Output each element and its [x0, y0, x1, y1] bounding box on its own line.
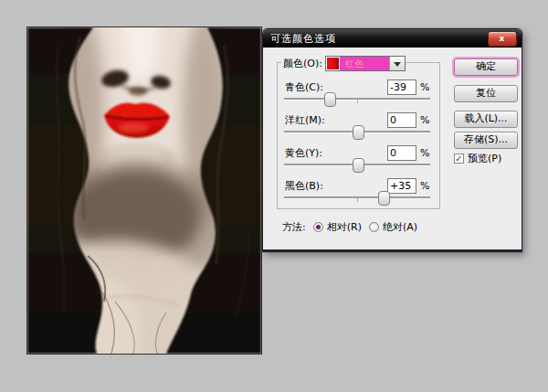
percent-sign: % [420, 145, 429, 161]
percent-sign: % [420, 178, 429, 194]
color-label: 颜色(O): [281, 56, 324, 71]
close-icon: x [500, 34, 506, 43]
dialog-title: 可选颜色选项 [270, 32, 336, 46]
radio-icon[interactable] [369, 222, 379, 232]
black-row: 黑色(B): % [263, 178, 522, 194]
method-label: 方法: [282, 220, 306, 234]
checkmark-icon: ✓ [455, 154, 462, 164]
black-slider-thumb[interactable] [378, 191, 390, 206]
cyan-slider-thumb[interactable] [324, 92, 336, 107]
method-absolute-label: 绝对(A) [383, 220, 417, 234]
magenta-label: 洋红(M): [283, 112, 327, 128]
dialog-titlebar[interactable]: 可选颜色选项 x [263, 29, 522, 48]
magenta-slider-thumb[interactable] [353, 125, 364, 140]
yellow-value-input[interactable] [387, 145, 416, 161]
black-label: 黑色(B): [283, 178, 325, 194]
save-button[interactable]: 存储(S)... [454, 132, 518, 149]
chevron-down-icon[interactable] [389, 57, 405, 70]
cyan-value-input[interactable] [387, 79, 416, 95]
ok-button[interactable]: 确定 [454, 58, 518, 76]
method-absolute-radio[interactable]: 绝对(A) [369, 220, 417, 234]
method-row: 方法: 相对(R) 绝对(A) [282, 220, 417, 234]
slider-center-tick [357, 100, 358, 103]
portrait-photo [27, 27, 261, 354]
image-canvas[interactable] [26, 26, 262, 355]
yellow-label: 黄色(Y): [283, 145, 324, 161]
slider-center-tick [357, 198, 358, 202]
selective-color-dialog: 可选颜色选项 x 颜色(O): 红色 青色(C): % 洋红(M): % [262, 28, 522, 252]
reset-button[interactable]: 复位 [454, 85, 518, 102]
cyan-slider-track[interactable] [284, 98, 430, 100]
load-button[interactable]: 载入(L)... [454, 111, 518, 128]
percent-sign: % [420, 79, 429, 95]
preview-checkbox[interactable]: ✓ 预览(P) [454, 152, 501, 165]
black-value-input[interactable] [387, 178, 416, 194]
percent-sign: % [420, 112, 429, 128]
radio-icon[interactable] [313, 222, 323, 232]
yellow-slider-track[interactable] [284, 164, 430, 165]
preview-checkbox-box[interactable]: ✓ [454, 154, 464, 164]
magenta-slider-track[interactable] [284, 131, 430, 132]
close-button[interactable]: x [488, 31, 517, 47]
method-relative-radio[interactable]: 相对(R) [313, 220, 362, 234]
desktop: { "page": { "background": "#c1c1c1" }, "… [0, 0, 548, 392]
color-selected-value: 红色 [340, 57, 389, 70]
cyan-label: 青色(C): [283, 79, 325, 95]
method-relative-label: 相对(R) [327, 220, 362, 234]
dialog-body: 颜色(O): 红色 青色(C): % 洋红(M): % 黄色(Y): [263, 48, 522, 249]
preview-label: 预览(P) [468, 152, 501, 165]
color-swatch [327, 58, 339, 69]
color-select-dropdown[interactable]: 红色 [325, 56, 406, 71]
yellow-slider-thumb[interactable] [353, 158, 364, 173]
magenta-value-input[interactable] [387, 112, 416, 128]
black-slider-track[interactable] [284, 196, 430, 198]
